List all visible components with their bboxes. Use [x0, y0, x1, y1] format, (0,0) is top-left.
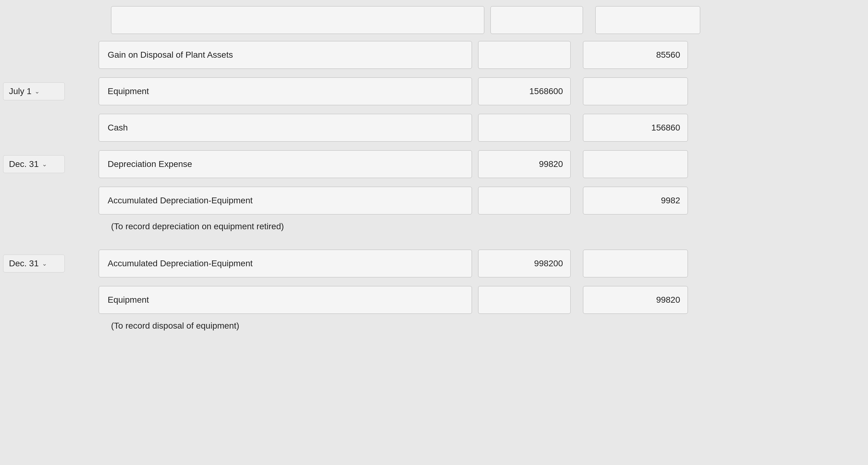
top-border-row — [0, 6, 868, 34]
accum-dep2-debit-input[interactable]: 998200 — [478, 250, 571, 277]
equipment-account-input[interactable]: Equipment — [99, 78, 472, 105]
dec31-depreciation-date-cell: Dec. 31 ⌄ — [0, 155, 86, 173]
dec31-depreciation-row: Dec. 31 ⌄ Depreciation Expense 99820 — [0, 149, 868, 180]
cash-debit-cell — [472, 114, 577, 142]
accum-dep-account-input[interactable]: Accumulated Depreciation-Equipment — [99, 187, 472, 214]
depreciation-debit-input[interactable]: 99820 — [478, 150, 571, 178]
cash-account-input[interactable]: Cash — [99, 114, 472, 142]
accum-dep2-credit-cell — [577, 250, 694, 277]
equipment2-account-cell: Equipment — [86, 286, 472, 314]
equipment2-debit-input[interactable] — [478, 286, 571, 314]
accum-dep-account-cell: Accumulated Depreciation-Equipment — [86, 187, 472, 214]
gain-account-label: Gain on Disposal of Plant Assets — [107, 50, 233, 60]
cash-credit-value: 156860 — [651, 123, 680, 133]
dec31-accum-date-cell: Dec. 31 ⌄ — [0, 254, 86, 273]
cash-credit-cell: 156860 — [577, 114, 694, 142]
accum-dep-credit-value: 9982 — [661, 196, 680, 206]
top-credit-box[interactable] — [595, 6, 700, 34]
accum-dep2-account-cell: Accumulated Depreciation-Equipment — [86, 250, 472, 277]
equipment-credit-input[interactable] — [583, 78, 688, 105]
top-debit-area — [484, 6, 589, 34]
equipment-debit-value: 1568600 — [529, 86, 563, 96]
gain-debit-input[interactable] — [478, 41, 571, 69]
gain-account-input[interactable]: Gain on Disposal of Plant Assets — [99, 41, 472, 69]
accum-dep-credit-cell: 9982 — [577, 187, 694, 214]
note2-row: (To record disposal of equipment) — [0, 321, 868, 331]
cash-account-cell: Cash — [86, 114, 472, 142]
accum-dep-debit-input[interactable] — [478, 187, 571, 214]
note1-text: (To record depreciation on equipment ret… — [99, 221, 284, 231]
depreciation-debit-cell: 99820 — [472, 150, 577, 178]
top-credit-area — [589, 6, 706, 34]
cash-credit-input[interactable]: 156860 — [583, 114, 688, 142]
top-account-box[interactable] — [111, 6, 484, 34]
accum-dep2-debit-cell: 998200 — [472, 250, 577, 277]
july1-date-dropdown[interactable]: July 1 ⌄ — [3, 82, 65, 100]
depreciation-credit-cell — [577, 150, 694, 178]
cash-row: Cash 156860 — [0, 112, 868, 143]
equipment-debit-cell: 1568600 — [472, 78, 577, 105]
equipment2-debit-cell — [472, 286, 577, 314]
cash-account-label: Cash — [107, 123, 128, 133]
dec31-depreciation-chevron-icon: ⌄ — [42, 160, 47, 168]
equipment2-credit-cell: 99820 — [577, 286, 694, 314]
accum-dep2-debit-value: 998200 — [534, 258, 563, 269]
depreciation-credit-input[interactable] — [583, 150, 688, 178]
equipment2-credit-value: 99820 — [656, 295, 680, 305]
accum-dep-row: Accumulated Depreciation-Equipment 9982 — [0, 185, 868, 216]
cash-debit-input[interactable] — [478, 114, 571, 142]
gain-row: Gain on Disposal of Plant Assets 85560 — [0, 39, 868, 70]
accum-dep-account-label: Accumulated Depreciation-Equipment — [107, 196, 253, 206]
july1-date-label: July 1 — [9, 86, 31, 96]
gain-account-cell: Gain on Disposal of Plant Assets — [86, 41, 472, 69]
note2-text: (To record disposal of equipment) — [99, 321, 239, 331]
equipment2-row: Equipment 99820 — [0, 284, 868, 315]
equipment2-account-input[interactable]: Equipment — [99, 286, 472, 314]
journal-container: Gain on Disposal of Plant Assets 85560 J… — [0, 0, 868, 344]
dec31-accum-row: Dec. 31 ⌄ Accumulated Depreciation-Equip… — [0, 248, 868, 279]
gain-debit-cell — [472, 41, 577, 69]
dec31-accum-date-label: Dec. 31 — [9, 258, 39, 269]
accum-dep-credit-input[interactable]: 9982 — [583, 187, 688, 214]
july1-equipment-row: July 1 ⌄ Equipment 1568600 — [0, 76, 868, 107]
dec31-depreciation-date-label: Dec. 31 — [9, 159, 39, 169]
dec31-accum-date-dropdown[interactable]: Dec. 31 ⌄ — [3, 254, 65, 273]
depreciation-account-label: Depreciation Expense — [107, 159, 192, 169]
accum-dep2-credit-input[interactable] — [583, 250, 688, 277]
equipment2-credit-input[interactable]: 99820 — [583, 286, 688, 314]
note1-row: (To record depreciation on equipment ret… — [0, 221, 868, 231]
accum-dep-debit-cell — [472, 187, 577, 214]
gain-credit-input[interactable]: 85560 — [583, 41, 688, 69]
july1-date-cell: July 1 ⌄ — [0, 82, 86, 100]
dec31-depreciation-date-dropdown[interactable]: Dec. 31 ⌄ — [3, 155, 65, 173]
top-account-area — [99, 6, 484, 34]
depreciation-account-cell: Depreciation Expense — [86, 150, 472, 178]
equipment-account-label: Equipment — [107, 86, 149, 96]
accum-dep2-account-label: Accumulated Depreciation-Equipment — [107, 258, 253, 269]
gain-credit-value: 85560 — [656, 50, 680, 60]
depreciation-account-input[interactable]: Depreciation Expense — [99, 150, 472, 178]
gain-credit-cell: 85560 — [577, 41, 694, 69]
july1-chevron-icon: ⌄ — [35, 88, 40, 95]
depreciation-debit-value: 99820 — [539, 159, 563, 169]
dec31-accum-chevron-icon: ⌄ — [42, 260, 47, 267]
top-debit-box[interactable] — [491, 6, 583, 34]
equipment2-account-label: Equipment — [107, 295, 149, 305]
equipment-credit-cell — [577, 78, 694, 105]
equipment-debit-input[interactable]: 1568600 — [478, 78, 571, 105]
accum-dep2-account-input[interactable]: Accumulated Depreciation-Equipment — [99, 250, 472, 277]
equipment-account-cell: Equipment — [86, 78, 472, 105]
